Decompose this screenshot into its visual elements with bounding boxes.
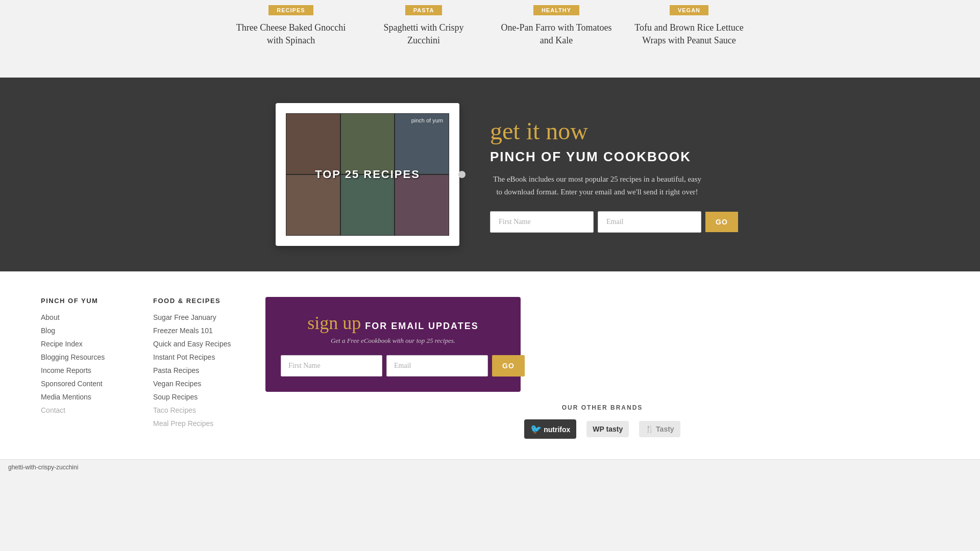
other-brands-heading: OUR OTHER BRANDS <box>265 404 939 411</box>
nutrifox-logo: 🐦 nutrifox <box>524 419 576 439</box>
cookbook-description: The eBook includes our most popular 25 r… <box>490 173 704 199</box>
cookbook-content: get it now PINCH OF YUM COOKBOOK The eBo… <box>490 117 704 233</box>
recipe-badge: HEALTHY <box>533 5 579 15</box>
footer-col2-link[interactable]: Sugar Free January <box>153 313 216 321</box>
cookbook-cover-text: TOP 25 RECIPES <box>315 168 420 181</box>
footer-col2-link[interactable]: Instant Pot Recipes <box>153 353 215 361</box>
other-brand-logo: 🍴 Tasty <box>639 421 680 437</box>
signup-script-text: sign up <box>307 312 361 334</box>
recipe-card: RECIPES Three Cheese Baked Gnocchi with … <box>225 0 357 57</box>
footer-col1-link[interactable]: Blog <box>41 327 55 335</box>
cookbook-section: pinch of yum TOP 25 RECIPES get it now P… <box>0 78 980 271</box>
wptasty-logo: WP tasty <box>586 421 629 437</box>
cookbook-first-name-input[interactable] <box>490 211 594 233</box>
nutrifox-brand-link[interactable]: 🐦 nutrifox <box>524 419 576 439</box>
footer-col1-heading: PINCH OF YUM <box>41 297 122 305</box>
brands-logos: 🐦 nutrifox WP tasty 🍴 Tasty <box>265 419 939 439</box>
footer-col2-links: Sugar Free JanuaryFreezer Meals 101Quick… <box>153 313 235 428</box>
cookbook-title: PINCH OF YUM COOKBOOK <box>490 149 704 165</box>
signup-subtitle: Get a Free eCookbook with our top 25 rec… <box>281 337 505 345</box>
email-signup-box: sign up FOR EMAIL UPDATES Get a Free eCo… <box>265 297 521 392</box>
recipe-card: PASTA Spaghetti with Crispy Zucchini <box>357 0 490 57</box>
recipe-card: HEALTHY One-Pan Farro with Tomatoes and … <box>490 0 623 57</box>
other-brand-link[interactable]: 🍴 Tasty <box>639 421 680 437</box>
cookbook-go-button[interactable]: GO <box>705 212 738 232</box>
recipe-title[interactable]: One-Pan Farro with Tomatoes and Kale <box>500 21 612 47</box>
nutrifox-bird-icon: 🐦 <box>530 424 542 434</box>
footer-col1-link[interactable]: About <box>41 313 60 321</box>
footer-col2-heading: FOOD & RECIPES <box>153 297 235 305</box>
footer-col2-link[interactable]: Pasta Recipes <box>153 366 199 374</box>
signup-email-input[interactable] <box>386 355 488 377</box>
footer-col1-link[interactable]: Contact <box>41 406 65 414</box>
footer-col2-link[interactable]: Soup Recipes <box>153 393 198 401</box>
signup-first-name-input[interactable] <box>281 355 382 377</box>
footer-col2-link[interactable]: Meal Prep Recipes <box>153 419 213 428</box>
cookbook-brand-text: pinch of yum <box>411 117 443 123</box>
footer-col1-link[interactable]: Blogging Resources <box>41 353 105 361</box>
footer-col2-link[interactable]: Taco Recipes <box>153 406 196 414</box>
signup-go-button[interactable]: GO <box>492 355 525 377</box>
recipe-cards-section: RECIPES Three Cheese Baked Gnocchi with … <box>0 0 980 78</box>
footer-col1-link[interactable]: Media Mentions <box>41 393 91 401</box>
recipe-title[interactable]: Three Cheese Baked Gnocchi with Spinach <box>235 21 347 47</box>
cookbook-image-inner: pinch of yum TOP 25 RECIPES <box>286 113 449 236</box>
recipe-badge: PASTA <box>405 5 443 15</box>
wp-icon: WP <box>593 425 604 433</box>
footer-col2-link[interactable]: Vegan Recipes <box>153 380 201 388</box>
signup-header: sign up FOR EMAIL UPDATES <box>281 312 505 334</box>
recipe-title[interactable]: Spaghetti with Crispy Zucchini <box>368 21 480 47</box>
footer-col-food-recipes: FOOD & RECIPES Sugar Free JanuaryFreezer… <box>153 297 235 432</box>
recipe-badge: RECIPES <box>268 5 313 15</box>
recipe-badge: VEGAN <box>670 5 708 15</box>
cookbook-email-input[interactable] <box>598 211 701 233</box>
footer-col-pinch-of-yum: PINCH OF YUM AboutBlogRecipe IndexBloggi… <box>41 297 122 419</box>
wptasty-brand-link[interactable]: WP tasty <box>586 421 629 437</box>
recipe-card: VEGAN Tofu and Brown Rice Lettuce Wraps … <box>623 0 755 57</box>
email-signup-form: GO <box>281 355 505 377</box>
footer-col1-link[interactable]: Recipe Index <box>41 340 83 348</box>
get-it-now-script: get it now <box>490 117 704 145</box>
footer-col2-link[interactable]: Freezer Meals 101 <box>153 327 213 335</box>
recipe-title[interactable]: Tofu and Brown Rice Lettuce Wraps with P… <box>633 21 745 47</box>
cookbook-image-container: pinch of yum TOP 25 RECIPES <box>276 103 459 246</box>
carousel-dot[interactable] <box>458 171 465 178</box>
footer: PINCH OF YUM AboutBlogRecipe IndexBloggi… <box>0 271 980 459</box>
status-bar: ghetti-with-crispy-zucchini <box>0 459 980 475</box>
footer-col1-link[interactable]: Sponsored Content <box>41 380 103 388</box>
other-brands-section: OUR OTHER BRANDS 🐦 nutrifox WP tasty 🍴 T… <box>265 404 939 439</box>
footer-col2-link[interactable]: Quick and Easy Recipes <box>153 340 231 348</box>
footer-col1-links: AboutBlogRecipe IndexBlogging ResourcesI… <box>41 313 122 415</box>
status-url: ghetti-with-crispy-zucchini <box>8 464 78 471</box>
for-email-updates-text: FOR EMAIL UPDATES <box>365 321 478 332</box>
footer-col1-link[interactable]: Income Reports <box>41 366 91 374</box>
cookbook-form: GO <box>490 211 704 233</box>
footer-right-area: sign up FOR EMAIL UPDATES Get a Free eCo… <box>265 297 939 439</box>
